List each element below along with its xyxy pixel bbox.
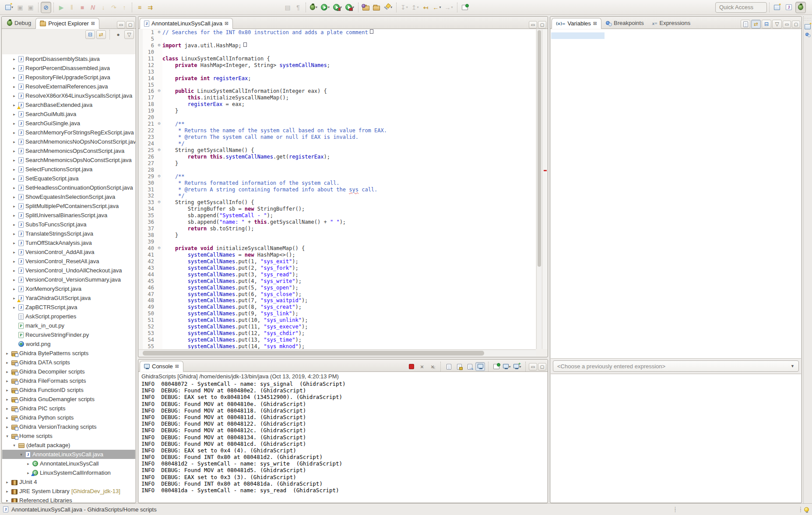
scroll-lock-button[interactable] xyxy=(454,362,464,371)
run-last-tool-button[interactable]: ≡ xyxy=(134,2,145,13)
tab-project-explorer[interactable]: Project Explorer ⊠ xyxy=(35,18,99,29)
open-resource-button[interactable] xyxy=(371,2,382,13)
dropdown-arrow-icon[interactable]: ▾ xyxy=(328,5,330,9)
minimize-button[interactable]: ▭ xyxy=(783,21,791,28)
expand-arrow-icon[interactable]: ▸ xyxy=(12,287,17,291)
dropdown-arrow-icon[interactable]: ▾ xyxy=(11,5,13,9)
tree-item[interactable]: ▸Ghidra PIC scripts xyxy=(2,404,135,413)
collapse-all-button[interactable]: ⊟ xyxy=(85,30,95,39)
close-icon[interactable]: ⊠ xyxy=(175,363,179,369)
tab-console[interactable]: Console ⊠ xyxy=(140,361,183,372)
expand-arrow-icon[interactable]: ▸ xyxy=(12,149,17,153)
collapse-all-button[interactable]: ⊟ xyxy=(762,20,771,28)
suspend-button[interactable]: ‖ xyxy=(67,2,77,13)
expand-arrow-icon[interactable]: ▸ xyxy=(12,241,17,245)
pin-editor-button[interactable] xyxy=(460,2,470,13)
expand-arrow-icon[interactable]: ▸ xyxy=(5,498,10,503)
open-ghidra-element-button[interactable] xyxy=(361,2,371,13)
lightbulb-icon[interactable] xyxy=(804,507,809,512)
last-edit-location-button[interactable]: ↤ xyxy=(421,2,431,13)
minimize-button[interactable]: ▭ xyxy=(529,21,537,28)
display-selected-console-button[interactable]: ▾ xyxy=(502,362,512,371)
expand-arrow-icon[interactable]: ▸ xyxy=(12,204,17,208)
remove-all-launches-button[interactable]: × xyxy=(428,362,437,371)
expand-arrow-icon[interactable]: ▸ xyxy=(12,176,17,181)
expand-arrow-icon[interactable]: ▸ xyxy=(5,351,10,356)
maximize-button[interactable]: ▢ xyxy=(538,363,546,370)
dropdown-arrow-icon[interactable]: ▾ xyxy=(451,5,453,9)
tree-item[interactable]: ▸SearchGuiMulti.java xyxy=(2,109,135,119)
expand-arrow-icon[interactable]: ▸ xyxy=(12,66,17,71)
tree-item[interactable]: ▸RepositoryFileUpgradeScript.java xyxy=(2,73,135,82)
show-whitespace-button[interactable]: ¶ xyxy=(293,2,303,13)
expand-arrow-icon[interactable]: ▾ xyxy=(19,452,24,457)
tree-item[interactable]: ▸SearchMnemonicsOpsNoConstScript.java xyxy=(2,155,135,165)
expand-arrow-icon[interactable]: ▸ xyxy=(26,462,31,466)
tree-item[interactable]: ▸ReportDisassemblyStats.java xyxy=(2,54,135,63)
tree-item[interactable]: mark_in_out.py xyxy=(2,321,135,330)
new-wizard-button[interactable]: ▾ xyxy=(4,2,15,13)
restore-view-icon[interactable] xyxy=(805,24,811,29)
terminate-button[interactable] xyxy=(407,362,416,371)
tree-item[interactable]: ▸SearchMemoryForStringsRegExScript.java xyxy=(2,128,135,137)
expand-arrow-icon[interactable]: ▸ xyxy=(26,471,31,475)
tree-item[interactable]: ▸Ghidra Python scripts xyxy=(2,413,135,422)
tree-item[interactable]: ▸TranslateStringsScript.java xyxy=(2,229,135,238)
tree-item[interactable]: ▸SearchMnemonicsNoOpsNoConstScript.java xyxy=(2,137,135,146)
tree-item[interactable]: ▸ResolveExternalReferences.java xyxy=(2,82,135,91)
expand-arrow-icon[interactable]: ▸ xyxy=(12,131,17,135)
next-annotation-button[interactable]: ↧▾ xyxy=(399,2,410,13)
dropdown-arrow-icon[interactable]: ▾ xyxy=(406,5,408,9)
expand-arrow-icon[interactable]: ▸ xyxy=(12,94,17,98)
close-icon[interactable]: ⊠ xyxy=(91,21,95,26)
expand-arrow-icon[interactable]: ▸ xyxy=(12,186,17,190)
fold-marker-icon[interactable]: ⊖ xyxy=(156,173,162,180)
tree-item[interactable]: ▸SearchBaseExtended.java xyxy=(2,100,135,109)
expand-arrow-icon[interactable]: ▸ xyxy=(5,370,10,374)
skip-all-breakpoints-button[interactable]: ⊘ xyxy=(41,2,51,13)
tree-item[interactable]: ▸SearchMnemonicsOpsConstScript.java xyxy=(2,146,135,155)
editor-overview-ruler[interactable] xyxy=(542,29,548,349)
tree-item[interactable]: ▸SplitUniversalBinariesScript.java xyxy=(2,211,135,220)
expand-arrow-icon[interactable]: ▾ xyxy=(5,434,10,438)
close-icon[interactable]: ⊠ xyxy=(225,21,228,26)
tab-variables[interactable]: (x)= Variables ⊠ xyxy=(552,18,601,29)
focus-on-active-task-button[interactable]: ● xyxy=(113,30,123,39)
save-all-button[interactable]: ▣ xyxy=(25,2,36,13)
pin-console-button[interactable] xyxy=(492,362,501,371)
expand-arrow-icon[interactable]: ▸ xyxy=(5,406,10,411)
expand-arrow-icon[interactable]: ▸ xyxy=(12,268,17,273)
fold-marker-icon[interactable]: ⊖ xyxy=(156,199,162,206)
expand-arrow-icon[interactable]: ▸ xyxy=(12,167,17,172)
step-over-button[interactable]: ↷ xyxy=(109,2,119,13)
expand-arrow-icon[interactable]: ▸ xyxy=(5,397,10,402)
fold-marker-icon[interactable]: ⊖ xyxy=(156,121,162,127)
resume-button[interactable]: ▶ xyxy=(56,2,67,13)
expand-arrow-icon[interactable]: ▸ xyxy=(12,158,17,162)
variable-detail-pane[interactable] xyxy=(551,374,801,502)
tree-item[interactable]: ▸LinuxSystemCallInformation xyxy=(2,468,135,477)
debug-perspective-button[interactable] xyxy=(795,2,806,13)
tree-item[interactable]: ▸VersionControl_VersionSummary.java xyxy=(2,275,135,284)
tree-item[interactable]: ▸ReportPercentDisassembled.java xyxy=(2,63,135,73)
expand-arrow-icon[interactable]: ▸ xyxy=(12,222,17,227)
maximize-button[interactable]: ▢ xyxy=(792,21,800,28)
expand-arrow-icon[interactable]: ▾ xyxy=(12,443,17,448)
use-step-filters-button[interactable]: ⇉ xyxy=(145,2,155,13)
status-splitter[interactable]: ¦¦ xyxy=(800,508,801,511)
tree-item[interactable]: ▸SplitMultiplePefContainersScript.java xyxy=(2,201,135,211)
view-menu-button[interactable]: ▽ xyxy=(772,20,782,28)
tree-item[interactable]: ▸SetHeadlessContinuationOptionScript.jav… xyxy=(2,183,135,192)
remove-launch-button[interactable]: × xyxy=(417,362,427,371)
expand-arrow-icon[interactable]: ▸ xyxy=(12,259,17,264)
tree-item[interactable]: ▸TurnOffStackAnalysis.java xyxy=(2,238,135,247)
dropdown-arrow-icon[interactable]: ▾ xyxy=(417,5,419,9)
tab-expressions[interactable]: x= Expressions xyxy=(648,18,695,28)
tree-item[interactable]: ▸SearchGuiSingle.java xyxy=(2,119,135,128)
expand-arrow-icon[interactable]: ▸ xyxy=(12,213,17,218)
tree-item[interactable]: ▾(default package) xyxy=(2,441,135,450)
tab-breakpoints[interactable]: Breakpoints xyxy=(602,18,648,28)
step-into-button[interactable]: ↓ xyxy=(98,2,109,13)
show-console-on-stdout-button[interactable] xyxy=(475,362,485,371)
expand-arrow-icon[interactable]: ▸ xyxy=(12,85,17,89)
